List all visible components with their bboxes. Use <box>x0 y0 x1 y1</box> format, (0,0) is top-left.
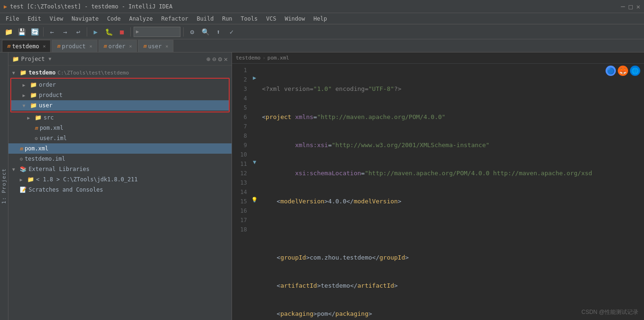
gutter-cell-6 <box>251 111 258 120</box>
gutter-cell-11[interactable]: ▼ <box>251 157 258 167</box>
tab-close-btn[interactable]: ✕ <box>90 44 92 49</box>
tree-item-user-iml[interactable]: ▶ ⚙ user.iml <box>8 133 232 143</box>
sep3 <box>130 27 131 37</box>
filetab-testdemo[interactable]: mtestdemo✕ <box>2 40 51 52</box>
tree-item-user[interactable]: ▼ 📁 user <box>11 100 229 111</box>
menu-item-help[interactable]: Help <box>310 15 331 23</box>
titlebar: ▶ test [C:\ZTools\test] - testdemo - Int… <box>0 0 644 13</box>
panel-collapse-all[interactable]: ⊖ <box>212 55 216 63</box>
tree-item-testdemo[interactable]: ▼ 📁 testdemo C:\ZTools\test\testdemo <box>8 67 232 78</box>
gutter-cell-1 <box>251 64 258 73</box>
code-line-2: <project xmlns="http://maven.apache.org/… <box>258 112 644 122</box>
tab-file-icon: m <box>57 43 60 49</box>
code-line-5: <modelVersion>4.0.0</modelVersion> <box>258 197 644 206</box>
filetab-order[interactable]: morder✕ <box>98 40 137 52</box>
tab-file-icon: m <box>104 43 107 49</box>
tasks-btn[interactable]: ✓ <box>226 26 237 37</box>
gutter-cell-8 <box>251 129 258 139</box>
tree-item-product[interactable]: ▶ 📁 product <box>11 90 229 100</box>
tree-item-pom-user[interactable]: ▶ m pom.xml <box>8 123 232 133</box>
sidebar: 1: Project 📁 Project ▼ ⊕ ⊖ ⚙ ✕ ▼ <box>0 52 232 320</box>
bc-testdemo[interactable]: testdemo <box>236 55 261 61</box>
menu-item-build[interactable]: Build <box>193 15 217 23</box>
gutter-cell-2[interactable]: ▶ <box>251 73 258 82</box>
file-tabs: mtestdemo✕mproduct✕morder✕muser✕ <box>0 39 644 52</box>
menu-item-view[interactable]: View <box>46 15 67 23</box>
filetab-user[interactable]: muser✕ <box>138 40 173 52</box>
minimize-button[interactable]: ─ <box>621 3 625 10</box>
panel-hide[interactable]: ✕ <box>224 55 228 63</box>
file-icon: ⚙ <box>35 135 38 141</box>
tree-item-order[interactable]: ▶ 📁 order <box>11 80 229 90</box>
tree-item-testdemo-iml[interactable]: ▶ ⚙ testdemo.iml <box>8 154 232 164</box>
debug-btn[interactable]: 🐛 <box>103 26 114 37</box>
gutter-cell-3 <box>251 82 258 92</box>
forward-btn[interactable]: → <box>60 26 71 37</box>
tree-item-ext-libs[interactable]: ▼ 📚 External Libraries <box>8 164 232 174</box>
stop-btn[interactable]: ■ <box>116 26 127 37</box>
menu-item-window[interactable]: Window <box>281 15 308 23</box>
run-btn[interactable]: ▶ <box>90 26 101 37</box>
tab-close-btn[interactable]: ✕ <box>129 44 132 49</box>
tree-item-pom-main[interactable]: ▶ m pom.xml <box>8 143 232 154</box>
menu-item-run[interactable]: Run <box>218 15 236 23</box>
tab-close-btn[interactable]: ✕ <box>43 44 45 49</box>
firefox-icon[interactable]: 🦊 <box>618 66 628 76</box>
filetab-product[interactable]: mproduct✕ <box>52 40 97 52</box>
item-label: product <box>39 92 63 98</box>
settings-btn[interactable]: ⚙ <box>187 26 198 37</box>
panel-settings[interactable]: ⚙ <box>218 55 222 63</box>
file-icon: m <box>35 125 38 131</box>
menu-item-analyze[interactable]: Analyze <box>125 15 157 23</box>
panel-expand-all[interactable]: ⊕ <box>206 55 210 63</box>
save-btn[interactable]: 💾 <box>16 26 27 37</box>
menu-item-file[interactable]: File <box>2 15 23 23</box>
editor-content[interactable]: 12345 678910 1112131415 161718 ▶ ▼ <box>232 64 644 320</box>
highlighted-folders: ▶ 📁 order ▶ 📁 product ▼ 📁 user <box>10 78 230 112</box>
new-project-btn[interactable]: 📁 <box>3 26 14 37</box>
item-label: pom.xml <box>25 145 49 152</box>
menu-item-code[interactable]: Code <box>104 15 125 23</box>
code-line-1: <?xml version="1.0" encoding="UTF-8"?> <box>258 84 644 94</box>
panel-title[interactable]: Project <box>21 56 45 62</box>
menu-item-vcs[interactable]: VCS <box>262 15 280 23</box>
restore-button[interactable]: □ <box>629 3 632 10</box>
item-label: user <box>39 102 52 109</box>
arrow-icon: ▶ <box>27 115 33 120</box>
watermark: CSDN @性能测试记录 <box>581 308 638 316</box>
sync-btn[interactable]: 🔄 <box>29 26 40 37</box>
vcs-btn[interactable]: ⬆ <box>213 26 224 37</box>
project-vertical-label[interactable]: 1: Project <box>1 168 7 204</box>
arrow-icon: ▼ <box>12 167 18 172</box>
menu-item-tools[interactable]: Tools <box>237 15 262 23</box>
tree-item-scratches[interactable]: ▶ 📝 Scratches and Consoles <box>8 185 232 195</box>
line-numbers: 12345 678910 1112131415 161718 <box>232 64 251 320</box>
tab-close-btn[interactable]: ✕ <box>165 44 168 49</box>
search-btn[interactable]: 🔍 <box>200 26 211 37</box>
menu-item-navigate[interactable]: Navigate <box>68 15 103 23</box>
gutter-cell-15[interactable]: 💡 <box>251 195 258 204</box>
item-label: src <box>44 114 54 121</box>
undo-btn[interactable]: ↩ <box>73 26 84 37</box>
item-label: testdemo.iml <box>25 156 66 162</box>
back-btn[interactable]: ← <box>46 26 58 37</box>
chrome-icon[interactable]: 🔵 <box>606 66 616 76</box>
item-label: pom.xml <box>40 125 64 131</box>
menu-item-edit[interactable]: Edit <box>24 15 45 23</box>
close-button[interactable]: ✕ <box>637 3 640 10</box>
gutter-cell-5 <box>251 101 258 111</box>
folder-icon: 📁 <box>30 82 37 88</box>
edge-icon[interactable]: 🌐 <box>630 66 640 76</box>
item-path: C:\ZTools\test\testdemo <box>58 70 129 76</box>
menu-item-refactor[interactable]: Refactor <box>157 15 192 23</box>
config-dropdown[interactable]: ▶ <box>134 27 180 37</box>
code-area[interactable]: <?xml version="1.0" encoding="UTF-8"?> <… <box>258 64 644 320</box>
code-line-7: <groupId>com.zhou.testdemo</groupId> <box>258 253 644 262</box>
tree-item-src[interactable]: ▶ 📁 src <box>8 112 232 123</box>
browser-icons: 🔵 🦊 🌐 <box>606 66 640 76</box>
folder-icon: 📝 <box>20 186 27 193</box>
folder-icon: 📁 <box>27 176 34 183</box>
bc-pomxml[interactable]: pom.xml <box>268 55 289 61</box>
tab-label: user <box>148 43 162 50</box>
tree-item-jdk[interactable]: ▶ 📁 < 1.8 > C:\ZTools\jdk1.8.0_211 <box>8 174 232 185</box>
